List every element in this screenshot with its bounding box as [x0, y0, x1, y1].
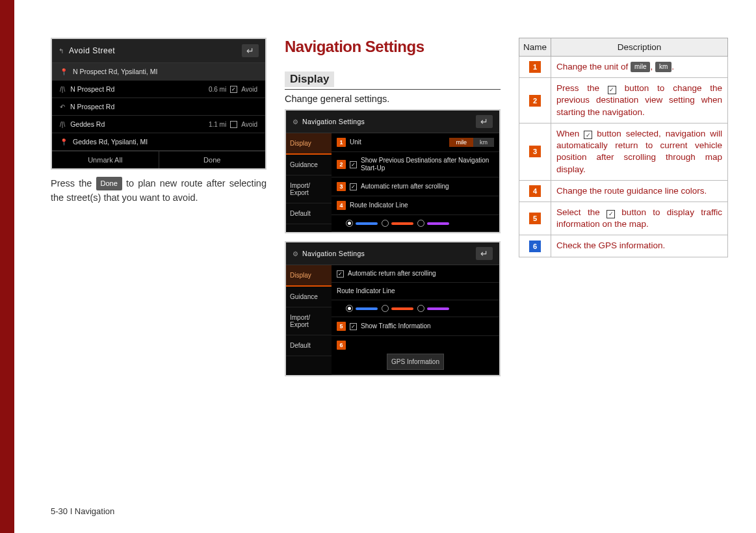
row-desc-cell: When ✓ button selected, navigation will … — [551, 123, 728, 180]
checkbox-icon: ✓ — [606, 210, 615, 218]
settings-main: ✓Automatic return after scrollingRoute I… — [332, 265, 499, 375]
sidebar-tab[interactable]: Import/Export — [286, 307, 332, 335]
street-meta: 1.1 mi Avoid — [209, 121, 257, 128]
setting-label: Automatic return after scrolling — [348, 270, 494, 278]
street-label: Geddes Rd — [70, 120, 105, 128]
row-num-cell: 3 — [519, 123, 551, 180]
back-button[interactable]: ↵ — [476, 247, 493, 260]
table-row: 4Change the route guidance line colors. — [519, 180, 728, 202]
sidebar-tab[interactable]: Default — [286, 335, 332, 356]
route-color-option[interactable] — [417, 305, 449, 312]
unit-toggle[interactable]: milekm — [449, 138, 494, 147]
street-row[interactable]: ↶N Prospect Rd — [52, 98, 265, 116]
back-button[interactable]: ↵ — [242, 44, 259, 57]
display-caption: Change general settings. — [285, 94, 501, 104]
route-color-option[interactable] — [382, 305, 413, 312]
col-right: Name Description 1Change the unit of mil… — [519, 38, 728, 384]
row-num-cell: 6 — [519, 235, 551, 257]
checkbox-icon[interactable]: ✓ — [337, 270, 344, 278]
table-row: 6Check the GPS information. — [519, 235, 728, 257]
row-icon: /|\ — [60, 86, 65, 93]
street-row[interactable]: 📍N Prospect Rd, Ypsilanti, MI — [52, 63, 265, 81]
settings-main: 1Unitmilekm2✓Show Previous Destinations … — [332, 133, 499, 232]
avoid-checkbox[interactable] — [230, 121, 237, 128]
settings-header: ⚙Navigation Settings↵ — [286, 242, 499, 265]
route-color-option[interactable] — [346, 220, 378, 227]
table-row: 2Press the ✓ button to change the previo… — [519, 78, 728, 124]
row-desc-cell: Press the ✓ button to change the previou… — [551, 78, 728, 124]
settings-sidebar: DisplayGuidanceImport/ExportDefault — [286, 265, 332, 375]
callout-badge-6: 6 — [529, 240, 541, 252]
settings-title: Navigation Settings — [302, 118, 472, 125]
th-desc: Description — [551, 38, 728, 57]
row-icon: 📍 — [60, 68, 68, 75]
callout-badge-1: 1 — [529, 61, 541, 73]
setting-label: Show Previous Destinations after Navigat… — [361, 157, 494, 172]
row-desc-cell: Change the route guidance line colors. — [551, 180, 728, 202]
setting-label: Unit — [350, 138, 445, 146]
route-color-option[interactable] — [346, 305, 378, 312]
col-middle: Navigation Settings Display Change gener… — [285, 38, 501, 384]
sidebar-tab[interactable]: Import/Export — [286, 176, 332, 203]
back-button[interactable]: ↵ — [476, 115, 493, 128]
setting-row[interactable]: Route Indicator Line — [332, 283, 499, 300]
color-swatch — [356, 307, 378, 310]
checkbox-icon[interactable]: ✓ — [350, 183, 357, 190]
table-row: 1Change the unit of mile, km. — [519, 57, 728, 78]
color-swatch — [427, 307, 449, 310]
done-button-inline: Done — [96, 177, 122, 190]
street-row[interactable]: /|\Geddes Rd1.1 mi Avoid — [52, 116, 265, 133]
setting-row[interactable]: 5✓Show Traffic Information — [332, 317, 499, 336]
callout-2: 2 — [337, 160, 346, 169]
table-row: 3When ✓ button selected, navigation will… — [519, 123, 728, 180]
avoid-checkbox[interactable]: ✓ — [230, 86, 237, 93]
sidebar-tab[interactable]: Guidance — [286, 155, 332, 176]
setting-row[interactable]: 4Route Indicator Line — [332, 196, 499, 215]
radio-icon — [382, 220, 389, 227]
color-swatch — [391, 307, 413, 310]
settings-title: Navigation Settings — [302, 250, 472, 257]
route-color-option[interactable] — [417, 220, 449, 227]
color-swatch — [391, 222, 413, 225]
description-table: Name Description 1Change the unit of mil… — [519, 38, 728, 257]
screen1-footer: Unmark All Done — [52, 151, 265, 168]
back-arrow-icon: ↰ — [59, 47, 64, 55]
setting-label: Automatic return after scrolling — [361, 183, 494, 190]
unmark-all-button[interactable]: Unmark All — [52, 151, 159, 168]
setting-row[interactable]: 1Unitmilekm — [332, 133, 499, 152]
gps-info-button[interactable]: GPS Information — [387, 354, 444, 370]
display-subheading: Display — [285, 72, 334, 87]
km-badge: km — [655, 62, 671, 72]
row-num-cell: 4 — [519, 180, 551, 202]
sidebar-tab[interactable]: Default — [286, 203, 332, 224]
callout-6: 6 — [337, 341, 346, 350]
checkbox-icon[interactable]: ✓ — [350, 161, 357, 168]
street-row[interactable]: /|\N Prospect Rd0.6 mi ✓ Avoid — [52, 81, 265, 98]
done-button-footer[interactable]: Done — [159, 151, 266, 168]
setting-row[interactable]: 3✓Automatic return after scrolling — [332, 177, 499, 196]
settings-header: ⚙Navigation Settings↵ — [286, 110, 499, 133]
callout-3: 3 — [337, 182, 346, 191]
row-num-cell: 2 — [519, 78, 551, 124]
page-content: ↰ Avoid Street ↵ 📍N Prospect Rd, Ypsilan… — [0, 0, 756, 384]
checkbox-icon: ✓ — [584, 131, 592, 139]
route-line-options — [332, 300, 499, 317]
route-line-options — [332, 215, 499, 232]
row-num-cell: 5 — [519, 202, 551, 235]
callout-5: 5 — [337, 322, 346, 331]
checkbox-icon[interactable]: ✓ — [350, 323, 357, 330]
sidebar-tab[interactable]: Display — [286, 265, 332, 287]
row-icon: ↶ — [60, 103, 65, 110]
radio-icon — [382, 305, 389, 312]
sidebar-tab[interactable]: Display — [286, 133, 332, 155]
route-color-option[interactable] — [382, 220, 413, 227]
screen1-header: ↰ Avoid Street ↵ — [52, 39, 265, 63]
table-row: 5Select the ✓ button to display traffic … — [519, 202, 728, 235]
mile-badge: mile — [631, 62, 650, 72]
street-label: N Prospect Rd — [70, 85, 114, 93]
callout-badge-3: 3 — [529, 146, 541, 157]
street-row[interactable]: 📍Geddes Rd, Ypsilanti, MI — [52, 133, 265, 151]
setting-row[interactable]: 2✓Show Previous Destinations after Navig… — [332, 152, 499, 177]
sidebar-tab[interactable]: Guidance — [286, 287, 332, 307]
setting-row[interactable]: ✓Automatic return after scrolling — [332, 265, 499, 283]
